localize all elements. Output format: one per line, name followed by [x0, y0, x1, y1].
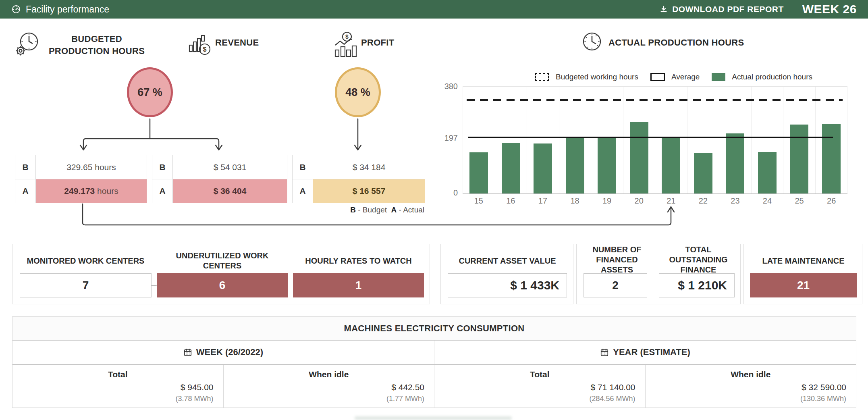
chart-column	[719, 87, 751, 193]
legend-label: Average	[671, 73, 700, 81]
budget-utilization-circle: 67 %	[127, 67, 173, 117]
actual-hours-bar-week-23[interactable]	[726, 133, 744, 193]
x-axis-label: 21	[655, 196, 687, 206]
actual-hours-bar-week-19[interactable]	[598, 137, 616, 193]
amount: $ 945.00	[181, 383, 214, 392]
mwh: (284.56 MWh)	[589, 395, 635, 403]
download-pdf-button[interactable]: DOWNLOAD PDF REPORT	[659, 4, 784, 14]
actual-hours-bar-week-20[interactable]	[630, 122, 648, 193]
calendar-icon	[183, 348, 192, 357]
chart-column	[655, 87, 687, 193]
work-centers-panel: MONITORED WORK CENTERS UNDERUTILIZED WOR…	[12, 244, 430, 304]
budgeted-hours-swatch	[535, 73, 549, 81]
x-axis-label: 19	[591, 196, 623, 206]
chart-column	[687, 87, 719, 193]
hourly-rates-to-watch-label: HOURLY RATES TO WATCH	[293, 252, 424, 270]
actual-hours-bar-week-15[interactable]	[469, 152, 488, 193]
chart-column	[815, 87, 848, 193]
week-column-header: WEEK (26/2022)	[12, 341, 434, 364]
profit-ratio-circle: 48 %	[335, 67, 381, 117]
bars-coin-icon: $	[189, 33, 212, 57]
actual-production-hours-title: ACTUAL PRODUCTION HOURS	[608, 37, 744, 48]
amount: $ 32 590.00	[802, 383, 846, 392]
budgeted-production-hours-title: BUDGETED PRODUCTION HOURS	[40, 33, 153, 57]
revenue-title: REVENUE	[215, 37, 259, 48]
late-maintenance-label: LATE MAINTENANCE	[748, 252, 859, 270]
current-asset-value-label: CURRENT ASSET VALUE	[445, 252, 570, 270]
actual-hours-bar-week-16[interactable]	[502, 143, 520, 193]
download-icon	[659, 5, 668, 14]
mwh: (1.77 MWh)	[386, 395, 424, 403]
profit-table: B $ 34 184 A $ 16 557	[292, 155, 425, 203]
hourly-rates-to-watch-value: 1	[293, 273, 424, 297]
mwh: (130.36 MWh)	[800, 395, 846, 403]
year-idle-cell: When idle $ 32 590.00 (130.36 MWh)	[645, 365, 856, 408]
x-axis-label: 20	[623, 196, 655, 206]
app-title: Facility performance	[26, 4, 109, 15]
x-axis-label: 25	[783, 196, 816, 206]
x-axis-label: 15	[463, 196, 495, 206]
asset-value-panel: CURRENT ASSET VALUE $ 1 433K	[440, 244, 573, 304]
chart-column	[751, 87, 783, 193]
table-row-actual: A $ 36 404	[152, 179, 287, 203]
x-axis-label: 18	[559, 196, 591, 206]
chart-column	[783, 87, 815, 193]
year-column-header: YEAR (ESTIMATE)	[434, 341, 856, 364]
underutilized-work-centers-value: 6	[157, 273, 288, 297]
calendar-icon	[600, 348, 609, 357]
finance-panel: NUMBER OF FINANCED ASSETS TOTAL OUTSTAND…	[576, 244, 741, 304]
x-axis-label: 17	[527, 196, 559, 206]
actual-hours-bar-week-24[interactable]	[758, 152, 777, 193]
x-axis-label: 23	[719, 196, 752, 206]
actual-hours-bar-week-22[interactable]	[694, 153, 712, 193]
clock-icon	[582, 31, 602, 52]
late-maintenance-value: 21	[750, 273, 857, 297]
x-axis: 151617181920212223242526	[463, 196, 847, 206]
maintenance-panel: LATE MAINTENANCE 21	[743, 244, 862, 304]
x-axis-label: 16	[495, 196, 527, 206]
actual-hours-bar-week-26[interactable]	[822, 124, 841, 193]
y-tick-0: 0	[437, 188, 458, 198]
chart-plot	[463, 86, 847, 194]
week-badge: WEEK 26	[802, 2, 857, 16]
week-total-cell: Total $ 945.00 (3.78 MWh)	[12, 365, 223, 408]
revenue-table: B $ 54 031 A $ 36 404	[152, 155, 287, 203]
next-section-peek	[355, 416, 512, 420]
underutilized-work-centers-label: UNDERUTILIZED WORK CENTERS	[157, 252, 288, 270]
x-axis-label: 22	[687, 196, 719, 206]
week-idle-cell: When idle $ 442.50 (1.77 MWh)	[223, 365, 434, 408]
y-tick-197: 197	[437, 133, 458, 143]
table-row-budget: B 329.65 hours	[15, 155, 147, 179]
actual-hours-bar-week-17[interactable]	[534, 143, 552, 193]
profit-title: PROFIT	[361, 37, 394, 48]
budgeted-hours-table: B 329.65 hours A 249.173 hours	[15, 155, 147, 203]
table-row-actual: A $ 16 557	[293, 179, 425, 203]
number-of-financed-assets-label: NUMBER OF FINANCED ASSETS	[580, 248, 654, 271]
total-outstanding-finance-value: $ 1 210K	[659, 273, 735, 297]
actual-hours-bar-week-18[interactable]	[566, 137, 584, 193]
table-row-budget: B $ 34 184	[293, 155, 425, 179]
chart-legend: Budgeted working hours Average Actual pr…	[535, 73, 812, 81]
year-total-cell: Total $ 71 140.00 (284.56 MWh)	[434, 365, 645, 408]
current-asset-value: $ 1 433K	[448, 273, 567, 297]
top-bar: Facility performance DOWNLOAD PDF REPORT…	[0, 0, 868, 19]
budget-actual-legend: B - Budget A - Actual	[303, 206, 424, 214]
y-tick-380: 380	[437, 82, 458, 91]
x-axis-label: 24	[751, 196, 783, 206]
legend-label: Budgeted working hours	[556, 73, 638, 81]
chart-column	[591, 87, 623, 193]
chart-column	[527, 87, 559, 193]
average-swatch	[650, 73, 665, 81]
monitored-work-centers-label: MONITORED WORK CENTERS	[20, 252, 152, 270]
amount: $ 442.50	[391, 383, 424, 392]
actual-hours-bar-week-25[interactable]	[790, 125, 808, 193]
clock-gear-icon	[15, 31, 39, 57]
electricity-consumption-table: MACHINES ELECTRICITY CONSUMPTION WEEK (2…	[12, 316, 856, 408]
chart-column	[495, 87, 527, 193]
table-row-actual: A 249.173 hours	[15, 179, 147, 203]
number-of-financed-assets-value: 2	[584, 273, 647, 297]
mwh: (3.78 MWh)	[175, 395, 213, 403]
legend-label: Actual production hours	[732, 73, 812, 81]
actual-hours-bar-week-21[interactable]	[662, 137, 680, 193]
facility-performance-dashboard: Facility performance DOWNLOAD PDF REPORT…	[0, 0, 868, 420]
